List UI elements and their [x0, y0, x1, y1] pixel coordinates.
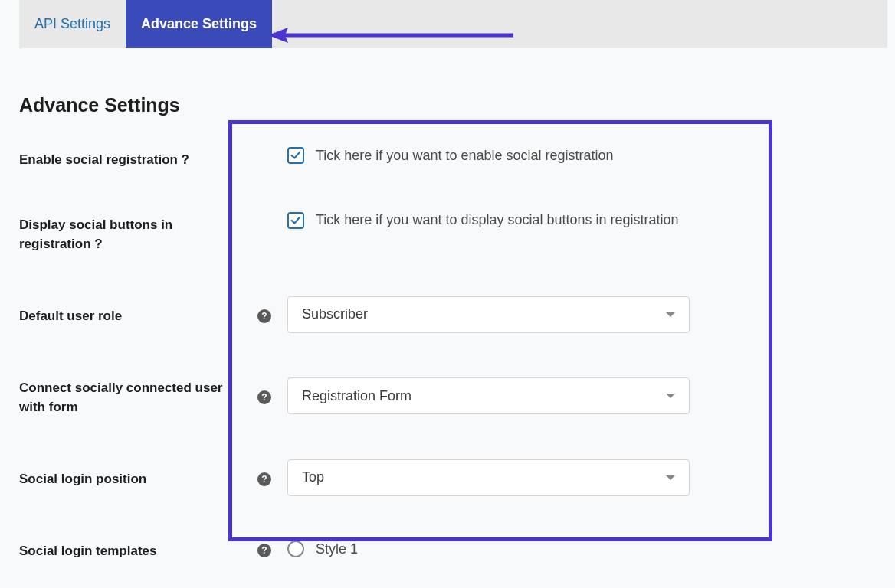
check-icon — [290, 150, 301, 161]
help-col: ? — [241, 541, 287, 557]
checkbox-display-social-buttons[interactable] — [287, 212, 304, 229]
help-col: ? — [241, 469, 287, 486]
checkbox-enable-social-registration[interactable] — [287, 147, 304, 164]
select-value: Subscriber — [302, 306, 368, 322]
chevron-down-icon — [666, 394, 675, 398]
help-icon[interactable]: ? — [257, 544, 271, 557]
select-default-user-role[interactable]: Subscriber — [287, 296, 690, 333]
select-value: Registration Form — [302, 388, 411, 404]
row-display-social-buttons: Display social buttons in registration ?… — [19, 212, 876, 254]
control-col: Tick here if you want to display social … — [287, 212, 876, 229]
chevron-down-icon — [666, 475, 675, 480]
content-area: Advance Settings Enable social registrat… — [0, 48, 895, 560]
checkbox-label: Tick here if you want to enable social r… — [316, 148, 614, 164]
radio-label: Style 1 — [316, 541, 358, 557]
label-connect-socially: Connect socially connected user with for… — [19, 375, 241, 417]
control-col: Registration Form — [287, 377, 876, 414]
label-default-user-role: Default user role — [19, 303, 241, 326]
label-enable-social-registration: Enable social registration ? — [19, 147, 241, 170]
checkbox-label: Tick here if you want to display social … — [316, 212, 679, 228]
row-enable-social-registration: Enable social registration ? Tick here i… — [19, 147, 876, 170]
label-display-social-buttons: Display social buttons in registration ? — [19, 212, 241, 254]
radio-style-1[interactable] — [287, 541, 304, 557]
checkbox-wrap: Tick here if you want to enable social r… — [287, 147, 614, 164]
control-col: Top — [287, 459, 876, 496]
row-social-login-templates: Social login templates ? Style 1 — [19, 538, 876, 561]
tab-bar: API Settings Advance Settings — [19, 0, 887, 48]
help-col — [241, 212, 287, 215]
help-col: ? — [241, 306, 287, 323]
row-connect-socially: Connect socially connected user with for… — [19, 375, 876, 417]
control-col: Tick here if you want to enable social r… — [287, 147, 876, 164]
select-connect-socially[interactable]: Registration Form — [287, 377, 690, 414]
help-col: ? — [241, 387, 287, 404]
row-social-login-position: Social login position ? Top — [19, 459, 876, 496]
form-table: Enable social registration ? Tick here i… — [19, 147, 876, 560]
help-icon[interactable]: ? — [257, 390, 271, 404]
row-default-user-role: Default user role ? Subscriber — [19, 296, 876, 333]
control-col: Style 1 — [287, 541, 876, 557]
control-col: Subscriber — [287, 296, 876, 333]
help-col — [241, 147, 287, 150]
help-icon[interactable]: ? — [257, 472, 271, 486]
label-social-login-position: Social login position — [19, 466, 241, 489]
select-social-login-position[interactable]: Top — [287, 459, 690, 496]
check-icon — [290, 215, 301, 226]
radio-wrap: Style 1 — [287, 541, 358, 557]
tab-api-settings[interactable]: API Settings — [19, 0, 126, 48]
label-social-login-templates: Social login templates — [19, 538, 241, 561]
select-value: Top — [302, 469, 324, 485]
tab-advance-settings[interactable]: Advance Settings — [126, 0, 272, 48]
checkbox-wrap: Tick here if you want to display social … — [287, 212, 679, 229]
help-icon[interactable]: ? — [257, 309, 271, 323]
chevron-down-icon — [666, 312, 675, 317]
page-title: Advance Settings — [19, 94, 876, 116]
